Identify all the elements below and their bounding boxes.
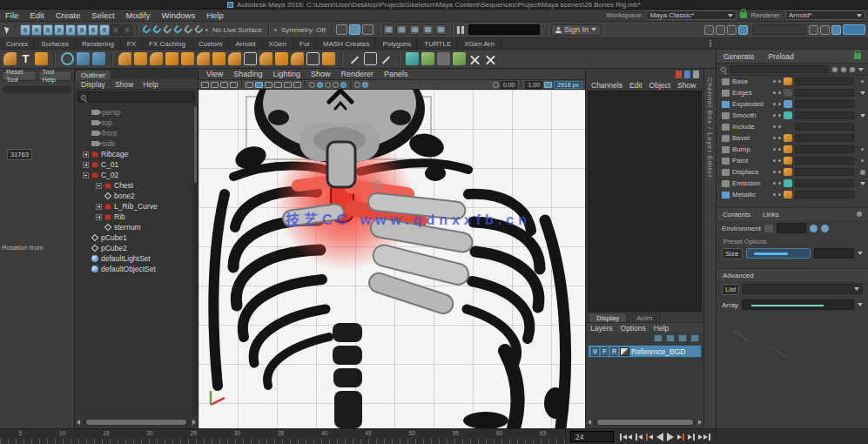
shelf-tab-xgen-arnold[interactable]: XGen Arn [458,38,501,49]
viewport-menu-view[interactable]: View [206,70,223,78]
step-forward-frame-button[interactable] [688,434,695,441]
filter-option-icon[interactable] [841,67,846,72]
shelf-icon[interactable] [275,52,288,65]
select-cursor-icon[interactable] [4,25,10,34]
image-plane-icon[interactable] [246,82,253,88]
attr-field[interactable] [795,134,854,142]
sign-in-dropdown[interactable]: Sign In [551,24,601,36]
attr-field[interactable] [795,89,854,97]
chevron-down-icon[interactable] [858,252,863,255]
key-magnet-icon[interactable] [684,71,690,78]
outliner-item-pcube2[interactable]: pCube2 [75,243,198,253]
outliner-hscrollbar[interactable] [77,417,196,427]
snap-grid-magnet-icon[interactable] [141,24,151,34]
attr-row-metallic[interactable]: Metallic [717,189,868,200]
attr-row-edges[interactable]: Edges [717,87,868,98]
attr-field[interactable] [795,100,854,108]
list-dropdown[interactable] [743,284,863,294]
outliner-item-pcube1[interactable]: pCube1 [75,232,198,243]
lock-selection-button[interactable] [111,24,121,36]
shelf-overflow-icon[interactable] [710,38,711,49]
wireframe-icon[interactable] [309,82,315,88]
renderer-dropdown[interactable]: Arnold* [785,10,865,20]
shelf-tab-fx[interactable]: FX [121,38,143,49]
outliner-item-top[interactable]: top [75,118,198,128]
resolution-gate-icon[interactable] [274,82,282,88]
poly-cone-icon[interactable] [197,52,210,65]
chevron-down-icon[interactable] [858,68,864,71]
swatch-icon[interactable] [784,89,792,97]
le-menu-layers[interactable]: Layers [590,324,613,333]
shelf-icon[interactable] [421,52,434,65]
exposure-field[interactable]: 0.00 [501,81,518,89]
layer-reference-toggle[interactable]: R [610,347,618,356]
mask-component-button[interactable] [43,24,53,36]
attr-row-include[interactable]: Include [717,121,868,132]
viewport-canvas[interactable]: 技艺CG www.qdnxxfb.cn [198,90,585,428]
lock-icon[interactable] [854,53,861,59]
go-to-end-button[interactable] [698,434,710,441]
display-layer-row[interactable]: V F R Reference_BGD [588,345,702,358]
chevron-down-icon[interactable] [858,303,863,306]
expand-icon[interactable] [96,214,102,220]
swatch-icon[interactable] [784,111,792,119]
viewport-menu-lighting[interactable]: Lighting [273,70,300,78]
shelf-tab-rendering[interactable]: Rendering [76,38,121,49]
shelf-icon[interactable] [437,52,450,65]
collapse-icon[interactable] [83,172,89,178]
field-chart-icon[interactable] [293,82,301,88]
outliner-item-side[interactable]: side [75,138,198,149]
mask-misc-button[interactable] [99,24,110,36]
construction-history-button[interactable] [336,24,347,35]
step-back-frame-button[interactable] [636,434,643,441]
outliner-item-ribcage[interactable]: Ribcage [75,149,198,159]
attr-field[interactable] [795,145,854,153]
attr-row-emission[interactable]: Emission [717,178,868,189]
poly-disc-icon[interactable] [212,52,225,65]
save-scene-button[interactable] [362,24,373,35]
poly-helix-icon[interactable] [228,52,241,65]
shelf-icon[interactable] [3,52,17,65]
outliner-item-c02[interactable]: C_02 [75,170,198,180]
outliner-item-bone2[interactable]: bone2 [75,191,198,201]
layer-name[interactable]: Reference_BGD [631,347,685,356]
outliner-item-defaultlightset[interactable]: defaultLightSet [75,253,198,264]
exposure-icon[interactable] [493,82,499,88]
move-layer-up-icon[interactable] [654,334,663,342]
open-scene-button[interactable] [349,24,360,35]
current-frame-field[interactable]: 24 [570,431,614,442]
history-icon[interactable] [821,225,829,232]
attr-row-bevel[interactable]: Bevel [717,132,868,144]
poly-plane-icon[interactable] [165,52,178,65]
snap-view-magnet-icon[interactable] [183,24,192,34]
snap-curve-magnet-icon[interactable] [151,24,161,34]
layer-visibility-toggle[interactable]: V [591,347,599,356]
attr-row-displace[interactable]: Displace [717,166,868,178]
swatch-icon[interactable] [784,134,792,142]
snap-projected-magnet-icon[interactable] [172,24,182,34]
shelf-tab-polygons[interactable]: Polygons [376,38,418,49]
viewport-menu-panels[interactable]: Panels [384,70,408,78]
textured-icon[interactable] [325,82,331,88]
attr-field[interactable] [795,191,854,198]
layer-tab-display[interactable]: Display [589,313,627,322]
sidebar-modeling-toolkit-button[interactable] [738,25,748,35]
xray-icon[interactable] [362,82,368,88]
shelf-tab-fur[interactable]: Fur [293,38,317,49]
play-forwards-button[interactable] [667,433,674,441]
shelf-tab-arnold[interactable]: Arnold [229,38,262,49]
shelf-tab-curves[interactable]: Curves [0,38,35,49]
sidebar-tool-settings-button-2[interactable] [820,25,830,35]
poly-cube-icon[interactable] [134,52,147,65]
poly-cylinder-icon[interactable] [150,52,163,65]
command-line-input[interactable] [468,24,540,35]
menu-select[interactable]: Select [91,10,114,20]
chevron-down-icon[interactable] [860,114,865,118]
type-tool-icon[interactable]: T [19,52,32,65]
size-value-field[interactable] [814,248,854,259]
attr-field[interactable] [795,168,854,176]
active-panel-chip[interactable] [843,24,865,35]
collapsed-frame[interactable] [3,86,71,93]
gate-mask-icon[interactable] [284,82,292,88]
viewport-menu-renderer[interactable]: Renderer [340,70,373,78]
